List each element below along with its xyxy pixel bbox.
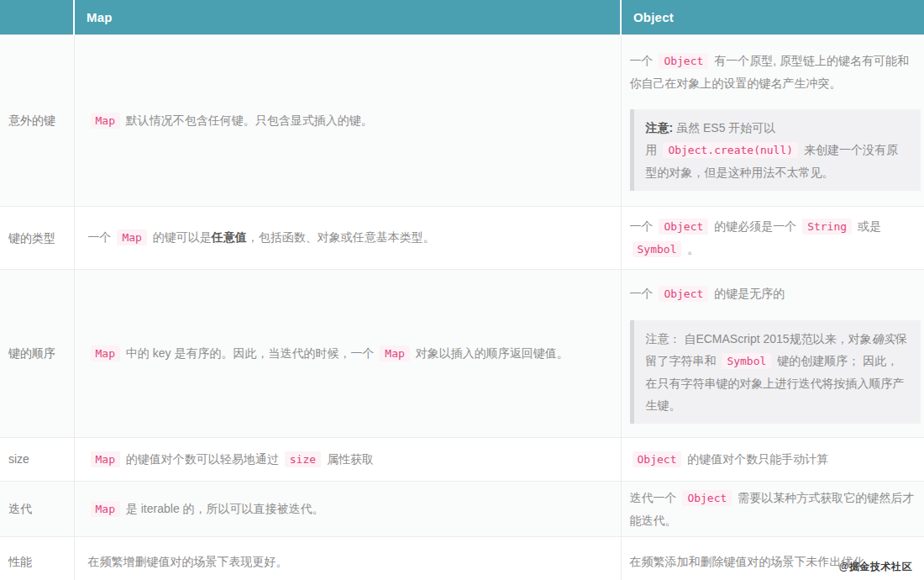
inline-code: Object	[682, 490, 732, 506]
text-span: 用	[646, 143, 661, 156]
inline-code: Map	[91, 451, 120, 467]
inline-code: Map	[91, 501, 120, 517]
table-row: 键的顺序 Map 中的 key 是有序的。因此，当迭代的时候，一个 Map 对象…	[0, 269, 924, 437]
text-span: 在频繁增删键值对的场景下表现更好。	[88, 555, 288, 568]
text-span: 的键必须是一个	[711, 219, 800, 233]
inline-code: size	[285, 451, 321, 467]
row-label: 键的顺序	[0, 269, 74, 437]
paragraph: 一个 Object 的键是无序的	[630, 282, 921, 305]
text-span: 注意： 自ECMAScript 2015规范以来，对象	[646, 332, 872, 345]
paragraph: Map 中的 key 是有序的。因此，当迭代的时候，一个 Map 对象以插入的顺…	[88, 342, 601, 365]
row-label: 迭代	[0, 481, 74, 536]
object-cell: 一个 Object 的键是无序的注意： 自ECMAScript 2015规范以来…	[621, 269, 924, 437]
row-label: size	[0, 437, 74, 481]
inline-code: Object	[659, 219, 708, 235]
text-span: 一个	[630, 54, 657, 67]
inline-code: Map	[91, 113, 120, 129]
bold-text: 任意值	[212, 230, 247, 244]
inline-code: Map	[91, 345, 120, 361]
header-map-cell: Map	[74, 0, 621, 34]
paragraph: 一个 Map 的键可以是任意值，包括函数、对象或任意基本类型。	[88, 226, 601, 249]
inline-code: Map	[117, 229, 146, 245]
header-object-cell: Object	[621, 0, 924, 34]
inline-code: Object	[633, 451, 682, 467]
bold-text: 注意:	[646, 121, 674, 134]
inline-code: Object.create(null)	[663, 142, 798, 158]
text-span: 。	[684, 242, 699, 256]
paragraph: Map 默认情况不包含任何键。只包含显式插入的键。	[88, 109, 601, 132]
map-cell: 一个 Map 的键可以是任意值，包括函数、对象或任意基本类型。	[74, 206, 621, 269]
map-cell: Map 的键值对个数可以轻易地通过 size 属性获取	[74, 437, 621, 481]
text-span: 一个	[630, 219, 657, 233]
table-row: 意外的键 Map 默认情况不包含任何键。只包含显式插入的键。 一个 Object…	[0, 34, 924, 206]
text-span: 默认情况不包含任何键。只包含显式插入的键。	[123, 113, 373, 127]
text-span: 的键可以是	[150, 230, 212, 244]
text-span: 的键值对个数可以轻易地通过	[123, 452, 282, 466]
watermark: @掘金技术社区	[839, 560, 912, 574]
header-row: Map Object	[0, 0, 924, 34]
note-box: 注意: 虽然 ES5 开始可以用 Object.create(null) 来创建…	[630, 109, 921, 191]
inline-code: Object	[659, 53, 708, 69]
text-span: 的键是无序的	[711, 287, 785, 300]
row-label: 意外的键	[0, 34, 74, 206]
text-span: 一个	[88, 230, 115, 244]
text-span: 虽然 ES5 开始可以	[673, 121, 775, 134]
text-span: 或是	[854, 219, 881, 233]
text-span: 属性获取	[323, 452, 374, 466]
table-header: Map Object	[0, 0, 924, 34]
text-span: 的键值对个数只能手动计算	[684, 452, 828, 466]
paragraph: 一个 Object 的键必须是一个 String 或是 Symbol 。	[630, 215, 921, 261]
inline-code: Symbol	[722, 353, 771, 369]
map-cell: 在频繁增删键值对的场景下表现更好。	[74, 536, 621, 580]
map-cell: Map 是 iterable 的，所以可以直接被迭代。	[74, 481, 621, 536]
header-blank-cell	[0, 0, 74, 34]
inline-code: String	[802, 219, 852, 235]
text-span: 是 iterable 的，所以可以直接被迭代。	[123, 502, 324, 515]
object-cell: 一个 Object 有一个原型, 原型链上的键名有可能和你自己在对象上的设置的键…	[621, 34, 924, 206]
row-label: 性能	[0, 536, 74, 580]
table-row: 键的类型 一个 Map 的键可以是任意值，包括函数、对象或任意基本类型。 一个 …	[0, 206, 924, 269]
text-span: ，包括函数、对象或任意基本类型。	[247, 230, 435, 244]
table-body: 意外的键 Map 默认情况不包含任何键。只包含显式插入的键。 一个 Object…	[0, 34, 924, 580]
inline-code: Map	[380, 345, 409, 361]
paragraph: Map 的键值对个数可以轻易地通过 size 属性获取	[88, 448, 601, 471]
inline-code: Object	[659, 286, 708, 302]
text-span: 对象以插入的顺序返回键值。	[412, 346, 569, 360]
paragraph: Object 的键值对个数只能手动计算	[630, 448, 921, 471]
paragraph: 迭代一个 Object 需要以某种方式获取它的键然后才能迭代。	[630, 487, 921, 531]
object-cell: 一个 Object 的键必须是一个 String 或是 Symbol 。	[621, 206, 924, 269]
map-object-comparison-table: Map Object 意外的键 Map 默认情况不包含任何键。只包含显式插入的键…	[0, 0, 924, 580]
text-span: 一个	[630, 287, 657, 300]
table-row: size Map 的键值对个数可以轻易地通过 size 属性获取 Object …	[0, 437, 924, 481]
text-span: 迭代一个	[630, 491, 680, 504]
map-cell: Map 默认情况不包含任何键。只包含显式插入的键。	[74, 34, 621, 206]
note-box: 注意： 自ECMAScript 2015规范以来，对象确实保留了字符串和 Sym…	[630, 320, 921, 424]
inline-code: Symbol	[633, 241, 682, 257]
text-span: 中的 key 是有序的。因此，当迭代的时候，一个	[123, 346, 377, 360]
paragraph: 一个 Object 有一个原型, 原型链上的键名有可能和你自己在对象上的设置的键…	[630, 50, 921, 94]
paragraph: Map 是 iterable 的，所以可以直接被迭代。	[88, 498, 601, 520]
object-cell: Object 的键值对个数只能手动计算	[621, 437, 924, 481]
paragraph: 在频繁增删键值对的场景下表现更好。	[88, 551, 601, 572]
map-cell: Map 中的 key 是有序的。因此，当迭代的时候，一个 Map 对象以插入的顺…	[74, 269, 621, 437]
table-row: 性能 在频繁增删键值对的场景下表现更好。 在频繁添加和删除键值对的场景下未作出优…	[0, 536, 924, 580]
row-label: 键的类型	[0, 206, 74, 269]
table-row: 迭代 Map 是 iterable 的，所以可以直接被迭代。 迭代一个 Obje…	[0, 481, 924, 536]
object-cell: 迭代一个 Object 需要以某种方式获取它的键然后才能迭代。	[621, 481, 924, 536]
italic-text: 确实	[872, 332, 895, 345]
